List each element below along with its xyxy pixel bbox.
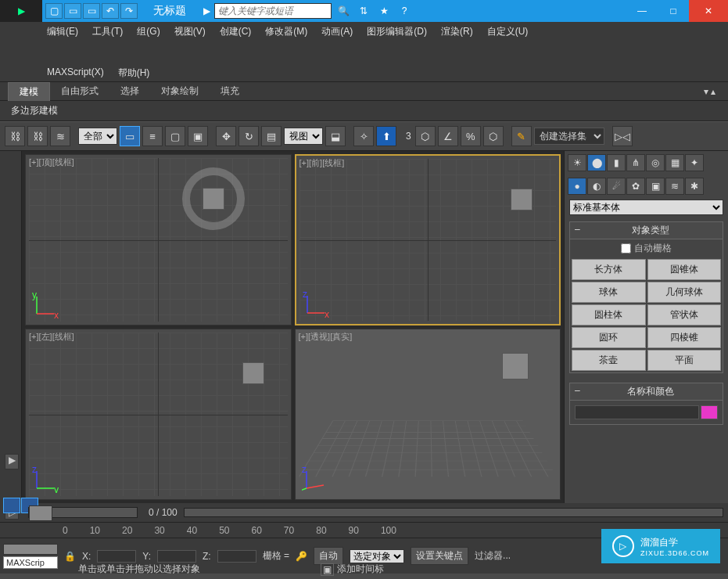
- y-field[interactable]: [157, 550, 196, 563]
- named-selection-select[interactable]: 创建选择集: [534, 128, 604, 145]
- viewport-perspective[interactable]: [+][透视][真实] z: [295, 329, 561, 500]
- link-icon[interactable]: ⛓: [5, 126, 25, 146]
- ribbon-collapse-icon[interactable]: ▾ ▴: [699, 86, 720, 97]
- x-field[interactable]: [97, 550, 136, 563]
- object-name-input[interactable]: [575, 405, 699, 419]
- obj-torus-button[interactable]: 圆环: [572, 327, 646, 348]
- viewport-label-front[interactable]: [+][前][线框]: [299, 157, 345, 169]
- ribbon-tab-modeling[interactable]: 建模: [8, 82, 50, 101]
- app-logo[interactable]: ▶: [0, 0, 42, 22]
- percent-snap-icon[interactable]: %: [461, 126, 481, 146]
- cat-cameras-icon[interactable]: ✿: [626, 178, 645, 195]
- menu-animation[interactable]: 动画(A): [321, 25, 353, 38]
- menu-graph-editors[interactable]: 图形编辑器(D): [367, 25, 427, 38]
- move-icon[interactable]: ✥: [216, 126, 236, 146]
- obj-cone-button[interactable]: 圆锥体: [647, 259, 722, 280]
- cat-helpers-icon[interactable]: ▣: [646, 178, 665, 195]
- menu-customize[interactable]: 自定义(U): [487, 25, 529, 38]
- obj-cylinder-button[interactable]: 圆柱体: [572, 304, 646, 325]
- lock-icon[interactable]: 🔒: [64, 551, 76, 562]
- ribbon-tab-populate[interactable]: 填充: [210, 82, 250, 100]
- spinner-snap-icon[interactable]: ⬡: [483, 126, 504, 146]
- time-slider-track[interactable]: [28, 507, 138, 518]
- viewport-label-left[interactable]: [+][左][线框]: [29, 331, 74, 343]
- menu-modifiers[interactable]: 修改器(M): [265, 25, 307, 38]
- pivot-icon[interactable]: ⬓: [325, 126, 346, 146]
- key-filter-select[interactable]: 选定对象: [350, 549, 404, 563]
- select-object-icon[interactable]: ▭: [120, 126, 140, 146]
- key-filters-link[interactable]: 过滤器...: [475, 549, 511, 563]
- maximize-button[interactable]: □: [658, 0, 689, 22]
- maxscript-listener[interactable]: MAXScrip: [3, 556, 58, 569]
- track-bar[interactable]: [184, 508, 723, 517]
- save-icon[interactable]: ▭: [83, 3, 100, 19]
- shelf-hierarchy-icon[interactable]: ⋔: [626, 154, 645, 171]
- star-icon[interactable]: ★: [375, 3, 393, 19]
- menu-render[interactable]: 渲染(R): [441, 25, 473, 38]
- ribbon-tab-selection[interactable]: 选择: [109, 82, 150, 100]
- manipulate-icon[interactable]: ✧: [353, 126, 374, 146]
- menu-create[interactable]: 创建(C): [220, 25, 252, 38]
- z-field[interactable]: [217, 550, 256, 563]
- shelf-motion-icon[interactable]: ◎: [646, 154, 665, 171]
- scale-icon[interactable]: ▤: [261, 126, 282, 146]
- obj-tube-button[interactable]: 管状体: [647, 304, 722, 325]
- select-by-name-icon[interactable]: ≡: [142, 126, 163, 146]
- viewport-label-top[interactable]: [+][顶][线框]: [29, 156, 74, 168]
- shelf-light-icon[interactable]: ☀: [568, 154, 586, 171]
- viewport-left[interactable]: [+][左][线框] zy: [25, 329, 292, 500]
- shelf-display-icon[interactable]: ▦: [665, 154, 684, 171]
- shelf-modify-icon[interactable]: ▮: [607, 154, 626, 171]
- region-rect-icon[interactable]: ▢: [165, 126, 185, 146]
- obj-pyramid-button[interactable]: 四棱锥: [647, 327, 722, 348]
- cat-lights-icon[interactable]: ☄: [607, 178, 626, 195]
- mirror-icon[interactable]: ▷◁: [612, 126, 633, 146]
- shelf-create-icon[interactable]: ⬤: [587, 154, 606, 171]
- viewcube-front[interactable]: [511, 189, 533, 210]
- new-file-icon[interactable]: ▢: [45, 3, 63, 19]
- open-file-icon[interactable]: ▭: [64, 3, 81, 19]
- cat-shapes-icon[interactable]: ◐: [587, 178, 606, 195]
- cat-spacewarps-icon[interactable]: ≋: [665, 178, 684, 195]
- menu-tools[interactable]: 工具(T): [92, 25, 123, 38]
- object-color-swatch[interactable]: [701, 405, 718, 419]
- viewcube-persp[interactable]: [502, 353, 529, 379]
- ribbon-tab-objectpaint[interactable]: 对象绘制: [150, 82, 210, 100]
- obj-geosphere-button[interactable]: 几何球体: [647, 282, 722, 303]
- menu-group[interactable]: 组(G): [137, 25, 160, 38]
- angle-snap-icon[interactable]: ∠: [438, 126, 458, 146]
- bind-icon[interactable]: ≋: [50, 126, 70, 146]
- viewport-label-persp[interactable]: [+][透视][真实]: [299, 331, 353, 343]
- selection-filter-select[interactable]: 全部: [78, 128, 117, 145]
- obj-plane-button[interactable]: 平面: [647, 350, 722, 371]
- key-icon[interactable]: 🔑: [296, 551, 307, 562]
- viewcube-top[interactable]: [203, 188, 224, 210]
- viewport-front[interactable]: [+][前][线框] zx: [295, 154, 561, 325]
- menu-help[interactable]: 帮助(H): [118, 67, 150, 80]
- minimize-button[interactable]: —: [626, 0, 658, 22]
- shelf-utilities-icon[interactable]: ✦: [685, 154, 704, 171]
- set-key-button[interactable]: 设置关键点: [411, 547, 468, 565]
- rollout-toggle-icon[interactable]: –: [575, 224, 580, 235]
- cat-geometry-icon[interactable]: ●: [568, 178, 586, 195]
- geometry-type-select[interactable]: 标准基本体: [569, 200, 723, 215]
- window-crossing-icon[interactable]: ▣: [188, 126, 208, 146]
- obj-box-button[interactable]: 长方体: [572, 259, 646, 280]
- viewcube-left[interactable]: [242, 362, 264, 384]
- menu-edit[interactable]: 编辑(E): [47, 25, 78, 38]
- undo-icon[interactable]: ↶: [102, 3, 119, 19]
- time-slider-thumb[interactable]: [29, 505, 52, 521]
- rollout-toggle-icon[interactable]: –: [575, 385, 580, 396]
- coord-system-select[interactable]: 视图: [284, 128, 323, 145]
- obj-sphere-button[interactable]: 球体: [572, 282, 646, 303]
- obj-teapot-button[interactable]: 茶壶: [572, 350, 646, 371]
- ribbon-tab-freeform[interactable]: 自由形式: [50, 82, 109, 100]
- viewport-top[interactable]: [+][顶][线框] yx: [25, 154, 292, 325]
- add-time-tag-label[interactable]: 添加时间标: [337, 563, 384, 576]
- help-icon[interactable]: ?: [396, 3, 413, 19]
- cat-systems-icon[interactable]: ✱: [685, 178, 704, 195]
- binoculars-icon[interactable]: 🔍: [335, 3, 352, 19]
- sort-icon[interactable]: ⇅: [355, 3, 372, 19]
- ribbon-panel-label[interactable]: 多边形建模: [0, 101, 728, 121]
- redo-icon[interactable]: ↷: [120, 3, 138, 19]
